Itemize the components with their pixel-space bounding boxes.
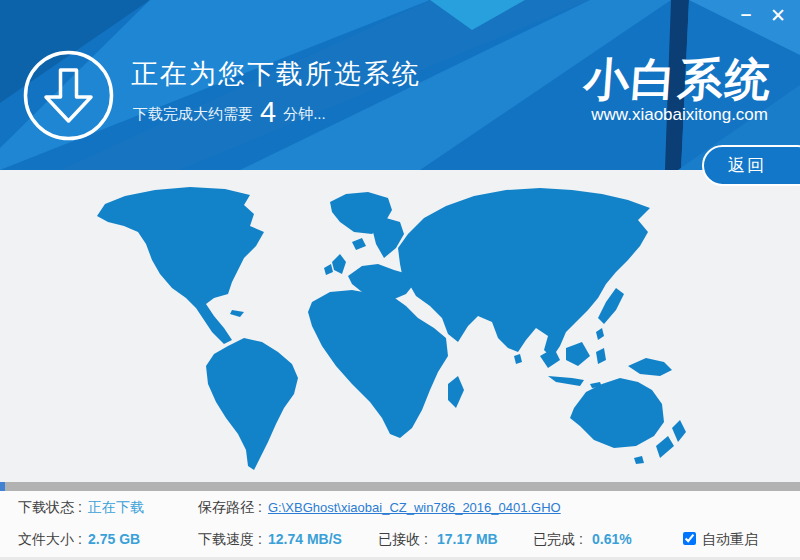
speed-value: 12.74 MB/S: [268, 531, 342, 547]
status-footer: 下载状态 : 正在下载 保存路径 : G:\XBGhost\xiaobai_CZ…: [0, 491, 800, 560]
auto-restart-label: 自动重启: [702, 531, 758, 549]
app-window: – ✕ 正在为您下载所选系统 下载完成大约需要4分钟... 小白系统 www.x…: [0, 0, 800, 560]
download-eta-text: 下载完成大约需要4分钟...: [133, 96, 326, 129]
save-path-label: 保存路径 :: [198, 499, 262, 517]
eta-prefix: 下载完成大约需要: [133, 105, 253, 122]
page-title: 正在为您下载所选系统: [131, 56, 421, 92]
download-status-value: 正在下载: [88, 499, 144, 517]
brand-logo: 小白系统: [582, 50, 774, 110]
save-path-link[interactable]: G:\XBGhost\xiaobai_CZ_win786_2016_0401.G…: [268, 500, 561, 515]
map-area: [0, 170, 800, 482]
download-icon: [22, 49, 115, 142]
minimize-button[interactable]: –: [732, 0, 760, 28]
completed-value: 0.61%: [592, 531, 632, 547]
brand-website: www.xiaobaixitong.com: [591, 105, 768, 125]
close-button[interactable]: ✕: [764, 2, 792, 30]
speed-label: 下载速度 :: [198, 531, 262, 549]
received-label: 已接收 :: [378, 531, 428, 549]
received-value: 17.17 MB: [437, 531, 498, 547]
completed-label: 已完成 :: [533, 531, 583, 549]
eta-minutes: 4: [260, 96, 276, 128]
file-size-value: 2.75 GB: [88, 531, 140, 547]
auto-restart-checkbox[interactable]: [683, 532, 696, 545]
header: – ✕ 正在为您下载所选系统 下载完成大约需要4分钟... 小白系统 www.x…: [0, 0, 800, 170]
progress-bar-track: [0, 482, 800, 491]
back-button[interactable]: 返回: [702, 145, 800, 186]
eta-suffix: 分钟...: [283, 105, 326, 122]
progress-fill: [0, 482, 5, 491]
download-status-label: 下载状态 :: [18, 499, 82, 517]
file-size-label: 文件大小 :: [18, 531, 82, 549]
world-map: [0, 170, 800, 482]
